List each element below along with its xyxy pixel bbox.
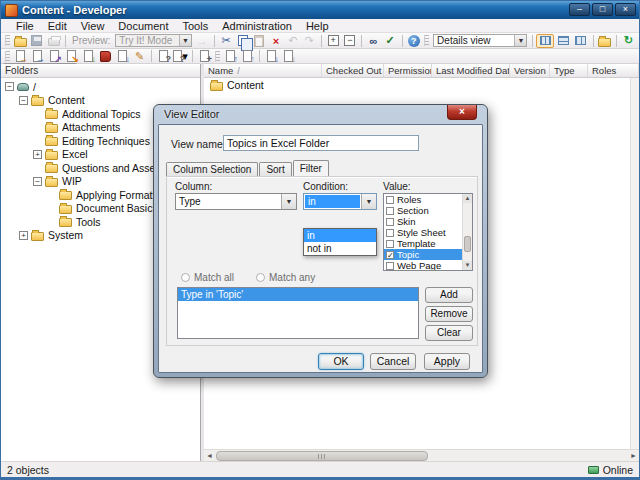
horizontal-scrollbar[interactable]: ◄ ► <box>204 449 639 461</box>
collapse-all-icon[interactable]: − <box>341 34 358 48</box>
vertical-scrollbar[interactable] <box>630 78 639 449</box>
column-header-version[interactable]: Version <box>510 64 550 77</box>
details-view-combo[interactable]: Details view▼ <box>433 34 527 47</box>
clear-button[interactable]: Clear <box>425 325 473 341</box>
cancel-button[interactable]: Cancel <box>370 353 416 370</box>
spellcheck-icon[interactable]: ✓ <box>382 34 399 48</box>
publish-doc-icon[interactable]: ↗ <box>46 49 63 63</box>
check-out-icon[interactable]: ↓ <box>263 49 280 63</box>
value-option-web-page[interactable]: Web Page <box>384 260 462 270</box>
unchecked-checkbox[interactable] <box>386 218 394 226</box>
menu-item-edit[interactable]: Edit <box>41 19 74 33</box>
print-icon[interactable] <box>45 34 62 48</box>
condition-dropdown[interactable]: in ▼ <box>303 193 377 210</box>
download-doc-icon[interactable]: ↓ <box>114 49 131 63</box>
ok-button[interactable]: OK <box>318 353 364 370</box>
collapse-icon[interactable]: − <box>33 177 42 186</box>
checked-checkbox[interactable]: ✓ <box>386 251 394 259</box>
details-view-button[interactable] <box>536 34 554 48</box>
view-name-input[interactable]: Topics in Excel Folder <box>223 135 419 151</box>
column-header-permission[interactable]: Permission <box>384 64 432 77</box>
value-option-skin[interactable]: Skin <box>384 216 462 227</box>
unchecked-checkbox[interactable] <box>386 196 394 204</box>
copy-icon[interactable] <box>234 34 251 48</box>
save-icon[interactable] <box>29 34 46 48</box>
close-button[interactable]: × <box>615 3 636 16</box>
collapse-icon[interactable]: − <box>5 82 14 91</box>
undo-icon[interactable]: ↶ <box>284 34 301 48</box>
redo-icon[interactable]: ↷ <box>301 34 318 48</box>
menu-item-document[interactable]: Document <box>111 19 175 33</box>
preview-question-icon[interactable]: ? <box>155 49 172 63</box>
refresh-button[interactable]: ↻ <box>620 34 637 48</box>
split-vertical-button[interactable] <box>572 34 590 48</box>
column-header-roles[interactable]: Roles <box>588 64 639 77</box>
scroll-right-icon[interactable]: ► <box>628 451 639 461</box>
expand-icon[interactable]: + <box>33 150 42 159</box>
column-header-checked-out-by[interactable]: Checked Out By <box>322 64 384 77</box>
menu-item-file[interactable]: File <box>9 19 41 33</box>
column-header-type[interactable]: Type <box>550 64 588 77</box>
tree-item--[interactable]: −/ <box>1 80 200 94</box>
menu-item-view[interactable]: View <box>74 19 112 33</box>
checkin-doc-icon[interactable]: ↓ <box>80 49 97 63</box>
check-in-all-icon[interactable]: ↑ <box>239 49 256 63</box>
column-header-name[interactable]: Name/ <box>204 64 322 77</box>
chevron-down-icon[interactable]: ▼ <box>281 194 296 209</box>
match-any-radio[interactable] <box>256 273 265 282</box>
add-button[interactable]: Add <box>425 287 473 303</box>
expand-all-icon[interactable]: + <box>325 34 342 48</box>
try-it-mode-combo[interactable]: Try It! Mode▼ <box>115 34 192 47</box>
zoom-doc-icon[interactable]: + <box>196 49 213 63</box>
expand-icon[interactable]: + <box>19 231 28 240</box>
match-all-radio[interactable] <box>181 273 190 282</box>
scroll-up-icon[interactable]: ▲ <box>463 194 472 203</box>
scroll-thumb[interactable] <box>216 451 428 461</box>
help-icon[interactable]: ? <box>406 34 423 48</box>
column-header-last-modified-date[interactable]: Last Modified Date <box>432 64 510 77</box>
send-doc-icon[interactable]: ↘ <box>63 49 80 63</box>
scroll-thumb[interactable] <box>464 236 471 252</box>
library-book-icon[interactable] <box>97 49 114 63</box>
menu-item-tools[interactable]: Tools <box>176 19 216 33</box>
dialog-tab-column-selection[interactable]: Column Selection <box>166 162 258 176</box>
split-horizontal-button[interactable] <box>554 34 572 48</box>
collapse-icon[interactable]: − <box>19 96 28 105</box>
unchecked-checkbox[interactable] <box>386 207 394 215</box>
cut-icon[interactable]: ✂ <box>218 34 235 48</box>
unchecked-checkbox[interactable] <box>386 262 394 270</box>
maximize-button[interactable]: □ <box>592 3 613 16</box>
menu-item-help[interactable]: Help <box>299 19 336 33</box>
unchecked-checkbox[interactable] <box>386 240 394 248</box>
value-option-template[interactable]: Template <box>384 238 462 249</box>
go-button[interactable]: → <box>194 34 211 48</box>
apply-button[interactable]: Apply <box>424 353 470 370</box>
get-latest-icon[interactable]: ↓ <box>280 49 297 63</box>
value-option-roles[interactable]: Roles <box>384 194 462 205</box>
open-folder-icon[interactable] <box>12 34 29 48</box>
import-doc-icon[interactable]: → <box>29 49 46 63</box>
scroll-down-icon[interactable]: ▼ <box>463 261 472 270</box>
check-in-icon[interactable]: ↑ <box>222 49 239 63</box>
remove-button[interactable]: Remove <box>425 306 473 322</box>
delete-icon[interactable]: × <box>268 34 285 48</box>
folder-properties-button[interactable] <box>597 34 614 48</box>
minimize-button[interactable]: – <box>569 3 590 16</box>
value-option-style-sheet[interactable]: Style Sheet <box>384 227 462 238</box>
dialog-close-button[interactable]: × <box>447 105 477 120</box>
preview-question-menu-icon[interactable]: ?▾ <box>172 49 189 63</box>
filter-criteria-row[interactable]: Type in 'Topic' <box>178 288 418 301</box>
list-item-content[interactable]: Content <box>204 78 639 92</box>
value-option-topic[interactable]: ✓Topic <box>384 249 462 260</box>
condition-option-in[interactable]: in <box>304 229 376 242</box>
export-doc-icon[interactable]: → <box>12 49 29 63</box>
find-icon[interactable]: ∞ <box>365 34 382 48</box>
unchecked-checkbox[interactable] <box>386 229 394 237</box>
value-option-section[interactable]: Section <box>384 205 462 216</box>
dialog-tab-filter[interactable]: Filter <box>293 160 329 176</box>
value-list-scrollbar[interactable]: ▲ ▼ <box>462 194 472 270</box>
menu-item-administration[interactable]: Administration <box>215 19 299 33</box>
chevron-down-icon[interactable]: ▼ <box>361 194 376 209</box>
edit-icon[interactable]: ✎ <box>131 49 148 63</box>
column-dropdown[interactable]: Type ▼ <box>175 193 297 210</box>
